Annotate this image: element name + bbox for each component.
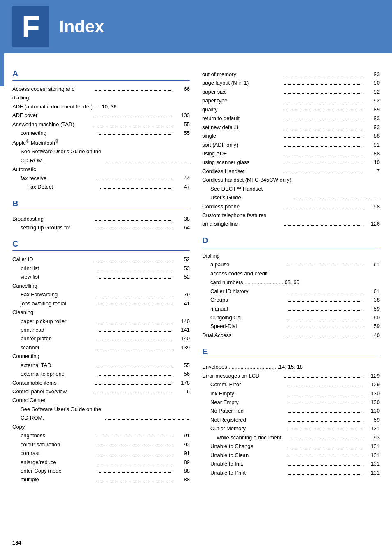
page-title: Index	[59, 17, 104, 37]
list-item: set new default 93	[202, 123, 380, 132]
list-item: setting up Groups for 64	[12, 223, 190, 232]
list-item: Ink Empty 130	[202, 389, 380, 398]
list-item: sort (ADF only) 91	[202, 141, 380, 149]
list-item: fax receive 44	[12, 174, 190, 182]
list-item: Dialling	[202, 252, 380, 260]
section-D-entries: Dialling a pause 61 access codes and cre…	[202, 252, 380, 339]
list-item: paper size 92	[202, 88, 380, 96]
list-item: Answering machine (TAD) 55	[12, 120, 190, 129]
list-item: Comm. Error 129	[202, 380, 380, 389]
content-area: A Access codes, storing and dialling 66 …	[0, 53, 392, 492]
list-item: ADF (automatic document feeder) .... 10,…	[12, 102, 190, 111]
list-item: Cordless phone 58	[202, 202, 380, 211]
list-item: card numbers ...........................…	[202, 278, 380, 286]
section-header-D: D	[202, 236, 380, 247]
list-item: Connecting	[12, 352, 190, 360]
list-item: Caller ID 52	[12, 255, 190, 263]
list-item: colour saturation 92	[12, 440, 190, 449]
list-item: scanner 139	[12, 343, 190, 352]
list-item: Envelopes ..............................…	[202, 362, 380, 371]
list-item: Custom telephone features	[202, 211, 380, 219]
list-item: printer platen 140	[12, 334, 190, 343]
section-E-entries: Envelopes ..............................…	[202, 362, 380, 477]
list-item: Speed-Dial 59	[202, 322, 380, 330]
list-item: external telephone 56	[12, 369, 190, 378]
page-number: 184	[12, 540, 21, 546]
list-item: enter Copy mode 88	[12, 466, 190, 475]
list-item: Broadcasting 38	[12, 215, 190, 223]
list-item: out of memory 93	[202, 70, 380, 78]
list-item: Unable to Clean 131	[202, 451, 380, 459]
left-accent	[0, 53, 4, 86]
list-item: Cleaning	[12, 308, 190, 316]
list-item: Dual Access 40	[202, 331, 380, 339]
list-item: jobs awaiting redial 41	[12, 299, 190, 308]
list-item: Cancelling	[12, 282, 190, 290]
list-item: manual 59	[202, 305, 380, 313]
list-item: User's Guide	[202, 193, 380, 202]
list-item: external TAD 55	[12, 361, 190, 369]
list-item: on a single line 126	[202, 219, 380, 228]
list-item: ControlCenter	[12, 396, 190, 404]
list-item: Caller ID history 61	[202, 287, 380, 295]
section-B-entries: Broadcasting 38 setting up Groups for 64	[12, 215, 190, 232]
list-item: quality 89	[202, 105, 380, 114]
list-item: Automatic	[12, 165, 190, 173]
list-item: Near Empty 130	[202, 398, 380, 406]
list-item: Access codes, storing and dialling 66	[12, 85, 190, 102]
list-item: brightness 91	[12, 431, 190, 440]
section-A-entries: Access codes, storing and dialling 66 AD…	[12, 85, 190, 192]
page-footer: 184	[12, 540, 21, 546]
section-header-B: B	[12, 199, 190, 210]
list-item: contrast 91	[12, 449, 190, 457]
list-item: See DECT™ Handset	[202, 185, 380, 193]
left-column: A Access codes, storing and dialling 66 …	[12, 62, 190, 484]
list-item: Unable to Init. 131	[202, 459, 380, 468]
section-C-entries: Caller ID 52 print list 53 view list 52 …	[12, 255, 190, 484]
list-item: Unable to Change 131	[202, 442, 380, 450]
list-item: enlarge/reduce 89	[12, 458, 190, 466]
section-header-C: C	[12, 239, 190, 251]
list-item: Outgoing Call 60	[202, 313, 380, 322]
list-item: Cordless Handset 7	[202, 167, 380, 175]
list-item: page layout (N in 1) 90	[202, 78, 380, 87]
list-item: print list 53	[12, 264, 190, 272]
list-item: view list 52	[12, 272, 190, 281]
page: F Index A Access codes, storing and dial…	[0, 0, 392, 554]
list-item: No Paper Fed 130	[202, 406, 380, 415]
list-item: print head 141	[12, 325, 190, 334]
list-item: Apple® Macintosh®	[12, 138, 190, 148]
list-item: Unable to Print 131	[202, 469, 380, 477]
list-item: using scanner glass 10	[202, 158, 380, 166]
list-item: single 88	[202, 132, 380, 140]
list-item: access codes and credit	[202, 269, 380, 278]
header-letter-box: F	[12, 6, 49, 47]
list-item: Fax Detect 47	[12, 182, 190, 191]
list-item: Copy	[12, 422, 190, 431]
list-item: multiple 88	[12, 475, 190, 484]
list-item: ADF cover 133	[12, 111, 190, 120]
section-header-A: A	[12, 69, 190, 81]
list-item: using ADF 88	[202, 149, 380, 158]
header-bar: F Index	[0, 0, 392, 53]
header-letter: F	[22, 10, 40, 44]
list-item: while scanning a document 93	[202, 433, 380, 442]
list-item: connecting 55	[12, 129, 190, 137]
list-item: return to default 93	[202, 114, 380, 122]
list-item: paper pick-up roller 140	[12, 317, 190, 325]
list-item: Out of Memory 131	[202, 424, 380, 433]
copy-continued-entries: out of memory 93 page layout (N in 1) 90…	[202, 70, 380, 229]
section-header-E: E	[202, 347, 380, 358]
list-item: Control panel overview 6	[12, 387, 190, 396]
list-item: Fax Forwarding 79	[12, 290, 190, 299]
list-item: Not Registered 59	[202, 416, 380, 424]
list-item: See Software User's Guide on the	[12, 405, 190, 413]
list-item: See Software User's Guide on the	[12, 147, 190, 156]
list-item: a pause 61	[202, 260, 380, 269]
list-item: Groups 38	[202, 295, 380, 304]
list-item: Consumable items 178	[12, 379, 190, 387]
list-item: paper type 92	[202, 96, 380, 105]
list-item: Cordless handset (MFC-845CW only)	[202, 175, 380, 184]
right-column: out of memory 93 page layout (N in 1) 90…	[202, 62, 380, 484]
list-item: Error messages on LCD 129	[202, 372, 380, 380]
